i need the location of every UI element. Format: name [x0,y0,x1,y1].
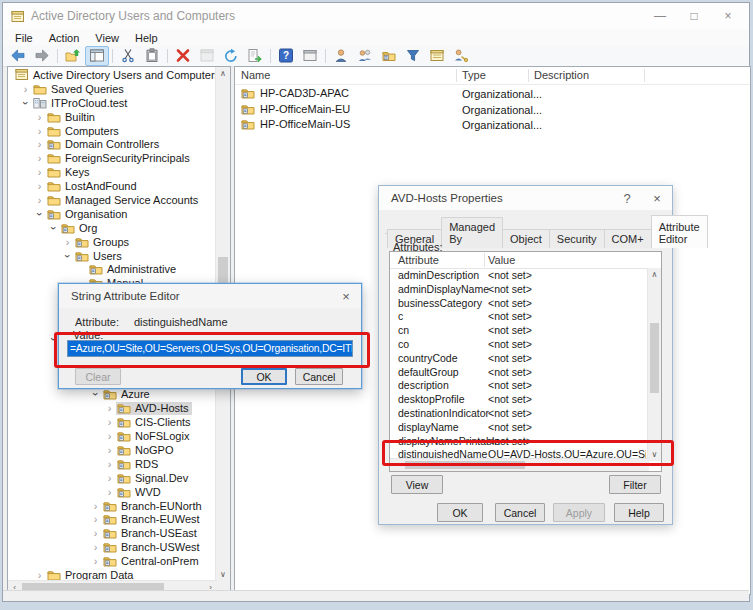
grid-vertical-scrollbar[interactable]: ∧ ∨ [647,268,661,461]
chevron-collapsed-icon[interactable]: › [89,500,102,512]
scroll-up-button[interactable]: ∧ [216,67,230,80]
tree-item[interactable]: ›Signal.Dev [8,471,216,485]
scrollbar-thumb[interactable] [650,323,659,393]
tree-item[interactable]: ›Branch-USEast [8,526,216,540]
tab-attribute-editor[interactable]: Attribute Editor [651,215,708,248]
tree-item[interactable]: ›Branch-USWest [8,540,216,554]
cancel-button[interactable]: Cancel [495,503,545,522]
chevron-collapsed-icon[interactable]: › [103,458,116,470]
tree-item[interactable]: ›LostAndFound [8,179,216,193]
delete-button[interactable] [171,46,195,66]
list-item[interactable]: HP-OfficeMain-EUOrganizational... [235,102,750,118]
chevron-collapsed-icon[interactable]: › [33,111,46,123]
new-group-button[interactable] [353,46,377,66]
refresh-button[interactable] [219,46,243,66]
tree-item[interactable]: ›Keys [8,165,216,179]
tree-item[interactable]: ›Administrative [8,262,216,276]
tree-item[interactable]: ›CIS-Clients [8,415,216,429]
tree-item[interactable]: ›Groups [8,235,216,249]
tree-item[interactable]: ›RDS [8,457,216,471]
tree-item[interactable]: ›Azure [8,387,216,401]
attribute-row[interactable]: adminDescription<not set> [390,268,648,282]
grid-column-attribute[interactable]: Attribute [398,254,439,266]
column-header-description[interactable]: Description [534,69,589,81]
menu-help[interactable]: Help [127,31,166,45]
back-button[interactable] [6,46,30,66]
scroll-right-button[interactable]: › [637,459,649,470]
view-button[interactable]: View [391,475,443,494]
attribute-row[interactable]: adminDisplayName<not set> [390,282,648,296]
column-header-type[interactable]: Type [462,69,486,81]
attribute-row[interactable]: displayNamePrintable<not set> [390,434,648,448]
help-button[interactable]: Help [614,503,664,522]
list-item[interactable]: HP-OfficeMain-USOrganizational... [235,117,750,133]
grid-column-value[interactable]: Value [488,254,515,266]
attribute-row[interactable]: displayName<not set> [390,420,648,434]
chevron-collapsed-icon[interactable]: › [103,444,116,456]
new-user-button[interactable] [329,46,353,66]
chevron-collapsed-icon[interactable]: › [103,486,116,498]
close-icon[interactable]: × [642,186,672,210]
column-separator[interactable] [644,69,645,82]
attribute-row[interactable]: description<not set> [390,378,648,392]
help-button[interactable]: ? [274,46,298,66]
show-console-tree-button[interactable] [85,46,109,66]
attribute-row[interactable]: c<not set> [390,309,648,323]
column-separator[interactable] [528,69,529,82]
ok-button[interactable]: OK [241,368,287,385]
grid-horizontal-scrollbar[interactable]: ‹ › [390,458,649,471]
menu-file[interactable]: File [7,31,41,45]
tree-item[interactable]: ›Saved Queries [8,82,216,96]
chevron-expanded-icon[interactable]: › [20,96,32,109]
attribute-row[interactable]: defaultGroup<not set> [390,365,648,379]
clear-button[interactable]: Clear [75,368,121,385]
tree-item[interactable]: ›Builtin [8,110,216,124]
tab-object[interactable]: Object [502,229,550,248]
chevron-expanded-icon[interactable]: › [48,221,60,234]
tree-item[interactable]: ›Managed Service Accounts [8,193,216,207]
tree-item[interactable]: ›Central-onPrem [8,554,216,568]
chevron-collapsed-icon[interactable]: › [103,430,116,442]
column-header-name[interactable]: Name [241,69,270,81]
tab-security[interactable]: Security [549,229,605,248]
chevron-expanded-icon[interactable]: › [62,249,74,262]
tree-item[interactable]: ›NoFSLogix [8,429,216,443]
cut-button[interactable] [116,46,140,66]
tree-item[interactable]: Active Directory Users and Computers [AD… [8,68,216,82]
scroll-up-button[interactable]: ∧ [648,268,661,281]
menu-action[interactable]: Action [41,31,88,45]
chevron-collapsed-icon[interactable]: › [103,402,116,414]
chevron-collapsed-icon[interactable]: › [103,472,116,484]
filter-button[interactable]: Filter [609,475,661,494]
view-list-button[interactable] [425,46,449,66]
window-button[interactable] [298,46,322,66]
scrollbar-thumb[interactable] [405,461,525,469]
value-input[interactable]: =Azure,OU=Site,OU=Servers,OU=Sys,OU=Orga… [67,340,353,357]
maximize-button[interactable]: □ [677,3,711,29]
chevron-collapsed-icon[interactable]: › [89,513,102,525]
export-list-button[interactable] [243,46,267,66]
tree-item[interactable]: ›Domain Controllers [8,137,216,151]
chevron-collapsed-icon[interactable]: › [103,416,116,428]
tab-managed-by[interactable]: Managed By [441,217,503,248]
chevron-expanded-icon[interactable]: › [34,207,46,220]
tree-item[interactable]: ›Users [8,249,216,263]
filter-button[interactable] [401,46,425,66]
scroll-down-button[interactable]: ∨ [216,568,230,581]
help-button[interactable]: ? [612,186,642,210]
chevron-collapsed-icon[interactable]: › [33,125,46,137]
chevron-collapsed-icon[interactable]: › [89,527,102,539]
paste-button[interactable] [140,46,164,66]
minimize-button[interactable]: — [643,3,677,29]
chevron-collapsed-icon[interactable]: › [33,180,46,192]
attribute-row[interactable]: businessCategory<not set> [390,296,648,310]
chevron-collapsed-icon[interactable]: › [33,138,46,150]
set-password-button[interactable] [449,46,473,66]
chevron-collapsed-icon[interactable]: › [33,166,46,178]
close-button[interactable]: × [711,3,745,29]
tree-item[interactable]: ›WVD [8,485,216,499]
chevron-collapsed-icon[interactable]: › [19,83,32,95]
scroll-left-button[interactable]: ‹ [390,459,402,470]
chevron-collapsed-icon[interactable]: › [89,555,102,567]
tree-item[interactable]: ›AVD-Hosts [8,401,216,415]
